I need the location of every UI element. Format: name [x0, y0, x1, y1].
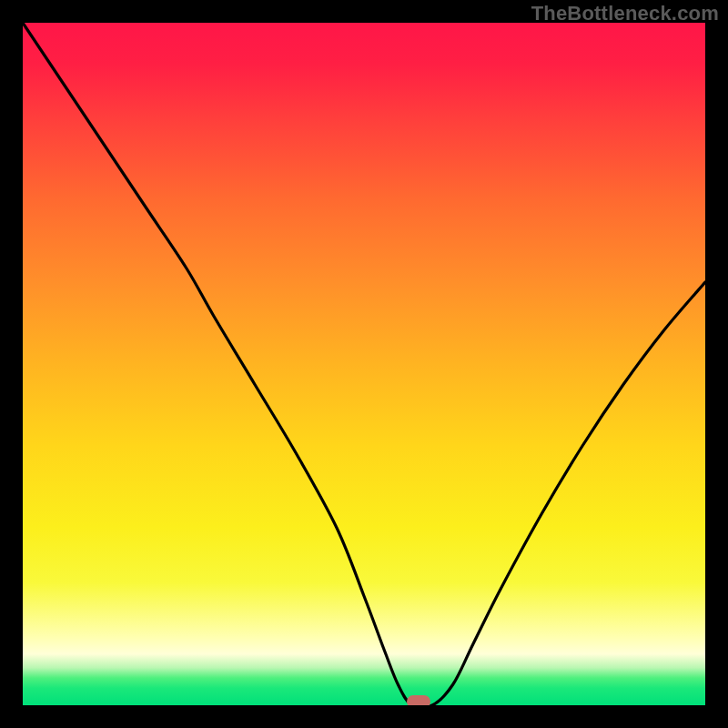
minimum-marker: [407, 695, 430, 705]
chart-frame: TheBottleneck.com: [0, 0, 728, 728]
plot-area: [23, 23, 705, 705]
watermark-text: TheBottleneck.com: [531, 2, 719, 25]
bottleneck-curve: [23, 23, 705, 705]
bottleneck-curve-path: [23, 23, 705, 705]
